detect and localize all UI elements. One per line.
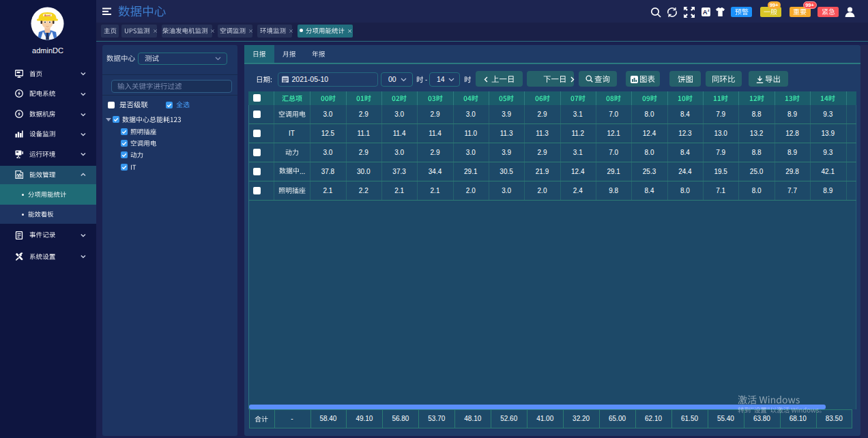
svg-text:z: z [708,8,710,12]
svg-text:Acrel: Acrel [44,14,50,17]
svg-text:A: A [703,8,708,16]
